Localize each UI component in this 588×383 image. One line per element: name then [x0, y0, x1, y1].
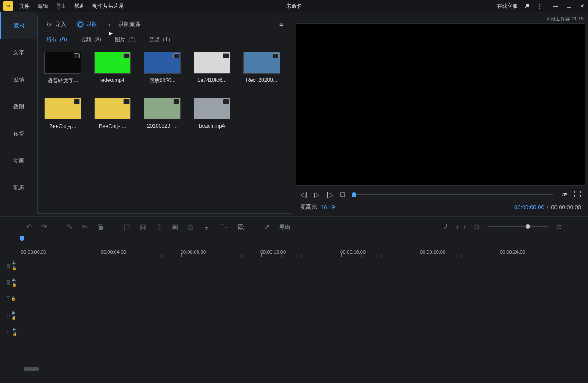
volume-icon[interactable]: 🕪: [560, 190, 567, 198]
text-tool-icon[interactable]: T₊: [220, 223, 228, 231]
track-video-main[interactable]: ▥🔈🔒: [0, 257, 588, 274]
mosaic-icon[interactable]: ▦: [140, 223, 147, 231]
preview-video[interactable]: [296, 23, 585, 186]
split-icon[interactable]: ⊞: [156, 223, 162, 231]
preview-seek-slider[interactable]: [352, 194, 553, 195]
image-icon[interactable]: 🖼: [237, 223, 244, 231]
sidebar-tab-music[interactable]: 配乐: [0, 174, 37, 201]
export-icon[interactable]: ↗: [264, 223, 270, 231]
next-frame-button[interactable]: |▷: [326, 190, 333, 199]
mic-track-icon: 🎙: [5, 328, 11, 335]
media-item[interactable]: 20200529_...: [144, 98, 181, 130]
text-icon: T: [6, 295, 10, 302]
track-video-pip[interactable]: ▥🔈🔒: [0, 274, 588, 290]
more-icon[interactable]: ⋮: [537, 3, 542, 9]
preview-info-row: 宽高比 16 : 9 00:00:00.00 / 00:00:00.00: [296, 203, 585, 214]
media-item[interactable]: 回放0320...: [144, 52, 181, 85]
play-button[interactable]: ▷: [314, 190, 319, 199]
media-item[interactable]: Rec_20200...: [243, 52, 280, 85]
zoom-out-icon[interactable]: ⊖: [474, 223, 479, 231]
media-label: BeeCut片...: [44, 123, 81, 130]
speaker-icon[interactable]: 🔈: [12, 327, 17, 331]
lock-icon[interactable]: 🔒: [12, 282, 17, 287]
media-grid: 语音转文字...video.mp4回放0320...1a7410fd6...Re…: [38, 46, 292, 213]
sidebar-tab-overlay[interactable]: 叠附: [0, 93, 37, 120]
lock-icon[interactable]: 🔒: [11, 296, 16, 301]
sidebar-tab-text[interactable]: 文字: [0, 39, 37, 66]
track-text[interactable]: T🔒: [0, 290, 588, 307]
time-ruler[interactable]: 00:00:00.0000:00:04.0000:00:08.0000:00:1…: [22, 237, 588, 257]
sidebar-tab-filter[interactable]: 滤镜: [0, 66, 37, 93]
media-thumbnail: [94, 52, 131, 74]
preview-controls: ◁| ▷ |▷ □ 🕪 ⛶: [296, 186, 585, 203]
marker-icon[interactable]: ⛉: [441, 223, 448, 231]
media-thumbnail: [44, 52, 81, 74]
export-label[interactable]: 导出: [279, 223, 291, 231]
speaker-icon[interactable]: 🔈: [11, 310, 16, 315]
redo-icon[interactable]: ↷: [41, 223, 47, 231]
stop-button[interactable]: □: [340, 190, 345, 198]
thumb-badge-icon: [223, 53, 229, 58]
track-voice[interactable]: 🎙🔈🔒: [0, 323, 588, 340]
pen-icon[interactable]: ✎: [67, 223, 72, 231]
media-item[interactable]: beach.mp4: [194, 98, 230, 130]
minimize-button[interactable]: —: [553, 3, 558, 9]
media-item[interactable]: BeeCut片...: [94, 98, 131, 130]
aspect-value[interactable]: 16 : 9: [321, 204, 335, 210]
freeze-icon[interactable]: ▣: [171, 223, 178, 231]
playhead[interactable]: [22, 237, 22, 372]
filter-all[interactable]: 所有（9）: [46, 36, 70, 44]
media-toolbar: ↻ 导入 录制 ▭ 录制微课 ≡: [38, 15, 292, 34]
titlebar: ✂ 文件 编辑 导出 帮助 制作片头片尾 未命名 在线客服 ⛯ ⋮ — ☐ ✕: [0, 0, 588, 12]
save-status: ⊙最近保存 11:16: [296, 15, 585, 23]
sidebar-tab-media[interactable]: 素材: [0, 12, 37, 39]
menu-help[interactable]: 帮助: [74, 3, 85, 10]
import-button[interactable]: ↻ 导入: [46, 20, 66, 28]
zoom-in-icon[interactable]: ⊕: [556, 223, 562, 231]
horizontal-scrollbar[interactable]: [0, 366, 588, 372]
maximize-button[interactable]: ☐: [567, 3, 571, 9]
sidebar-tab-transition[interactable]: 转场: [0, 120, 37, 147]
user-icon[interactable]: ⛯: [524, 2, 531, 10]
media-item[interactable]: video.mp4: [94, 52, 131, 85]
mic-icon[interactable]: 🎙: [203, 223, 210, 231]
crop-icon[interactable]: ◫: [124, 223, 130, 231]
speaker-icon[interactable]: 🔈: [12, 261, 17, 265]
cut-icon[interactable]: ✂: [82, 223, 88, 231]
edit-toolbar: ↶ ↷ ✎ ✂ 🗑 ◫ ▦ ⊞ ▣ ◷ 🎙 T₊ 🖼 ↗ 导出 ⛉ ⟷ ⊖ ⊕: [0, 216, 588, 237]
clock-icon[interactable]: ◷: [188, 223, 194, 231]
zoom-slider[interactable]: [487, 226, 548, 227]
fit-icon[interactable]: ⟷: [456, 223, 466, 231]
sidebar-tab-animation[interactable]: 动画: [0, 147, 37, 174]
lock-icon[interactable]: 🔒: [12, 332, 17, 336]
menu-edit[interactable]: 编辑: [38, 3, 48, 10]
record-class-button[interactable]: ▭ 录制微课: [109, 20, 141, 28]
record-class-label: 录制微课: [118, 20, 141, 28]
record-button[interactable]: 录制: [78, 20, 98, 28]
media-item[interactable]: 1a7410fd6...: [194, 52, 230, 85]
list-view-icon[interactable]: ≡: [279, 20, 283, 28]
media-thumbnail: [243, 52, 280, 74]
menu-export[interactable]: 导出: [56, 3, 66, 10]
trash-icon[interactable]: 🗑: [97, 223, 104, 231]
filter-audio[interactable]: 音频（1）: [149, 36, 173, 44]
tracks-container: ▥🔈🔒 ▥🔈🔒 T🔒 ♫🔈🔒 🎙🔈🔒: [0, 257, 588, 366]
menu-file[interactable]: 文件: [19, 3, 30, 10]
online-service-link[interactable]: 在线客服: [497, 3, 518, 10]
time-separator: /: [547, 204, 549, 210]
speaker-icon[interactable]: 🔈: [12, 277, 17, 281]
track-audio[interactable]: ♫🔈🔒: [0, 307, 588, 323]
media-item[interactable]: 语音转文字...: [44, 52, 81, 85]
lock-icon[interactable]: 🔒: [11, 315, 16, 320]
media-item[interactable]: BeeCut片...: [44, 98, 81, 130]
prev-frame-button[interactable]: ◁|: [300, 190, 307, 199]
menu-titles[interactable]: 制作片头片尾: [92, 3, 124, 10]
filter-image[interactable]: 图片（0）: [115, 36, 139, 44]
close-button[interactable]: ✕: [580, 3, 585, 9]
lock-icon[interactable]: 🔒: [12, 266, 17, 270]
media-label: video.mp4: [94, 77, 131, 83]
undo-icon[interactable]: ↶: [26, 223, 32, 231]
thumb-badge-icon: [123, 99, 130, 104]
filter-video[interactable]: 视频（8）: [81, 36, 105, 44]
fullscreen-icon[interactable]: ⛶: [574, 190, 581, 198]
